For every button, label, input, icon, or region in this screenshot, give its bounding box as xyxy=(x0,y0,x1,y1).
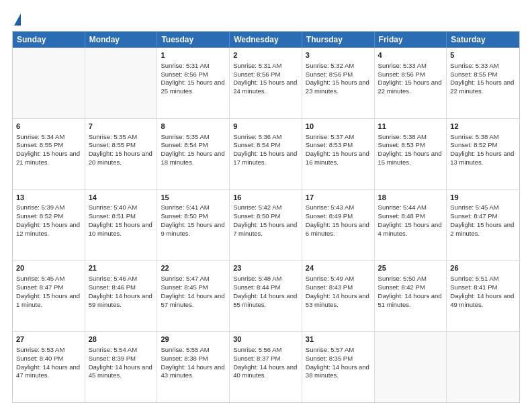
day-number: 11 xyxy=(378,122,443,132)
sunset-text: Sunset: 8:56 PM xyxy=(306,71,371,79)
sunset-text: Sunset: 8:49 PM xyxy=(306,212,371,221)
day-number: 17 xyxy=(306,193,371,203)
day-number: 25 xyxy=(378,263,443,273)
daylight-text: Daylight: 14 hours and 47 minutes. xyxy=(16,363,81,381)
daylight-text: Daylight: 14 hours and 53 minutes. xyxy=(306,292,371,310)
cal-cell-31: 31Sunrise: 5:57 AMSunset: 8:35 PMDayligh… xyxy=(302,332,375,402)
cal-header-sunday: Sunday xyxy=(13,32,85,48)
cal-cell-25: 25Sunrise: 5:50 AMSunset: 8:42 PMDayligh… xyxy=(375,261,447,331)
cal-cell-17: 17Sunrise: 5:43 AMSunset: 8:49 PMDayligh… xyxy=(302,190,375,261)
daylight-text: Daylight: 15 hours and 21 minutes. xyxy=(16,150,81,167)
sunset-text: Sunset: 8:47 PM xyxy=(450,212,516,221)
sunset-text: Sunset: 8:52 PM xyxy=(450,141,516,150)
calendar: SundayMondayTuesdayWednesdayThursdayFrid… xyxy=(12,31,520,403)
daylight-text: Daylight: 14 hours and 49 minutes. xyxy=(450,292,516,310)
day-number: 31 xyxy=(306,334,371,345)
day-number: 21 xyxy=(89,263,154,273)
cal-week-0: 1Sunrise: 5:31 AMSunset: 8:56 PMDaylight… xyxy=(13,48,519,118)
day-number: 30 xyxy=(233,334,298,345)
daylight-text: Daylight: 15 hours and 9 minutes. xyxy=(161,221,226,238)
day-number: 4 xyxy=(378,50,443,60)
daylight-text: Daylight: 15 hours and 4 minutes. xyxy=(378,221,443,238)
daylight-text: Daylight: 14 hours and 57 minutes. xyxy=(161,292,226,310)
sunrise-text: Sunrise: 5:39 AM xyxy=(16,203,81,212)
daylight-text: Daylight: 15 hours and 20 minutes. xyxy=(89,150,154,167)
sunrise-text: Sunrise: 5:50 AM xyxy=(378,275,443,283)
daylight-text: Daylight: 15 hours and 16 minutes. xyxy=(306,150,371,167)
sunset-text: Sunset: 8:37 PM xyxy=(233,355,298,363)
sunrise-text: Sunrise: 5:31 AM xyxy=(161,62,226,71)
sunrise-text: Sunrise: 5:51 AM xyxy=(450,275,516,283)
sunset-text: Sunset: 8:55 PM xyxy=(89,141,154,150)
sunrise-text: Sunrise: 5:32 AM xyxy=(306,62,371,71)
sunrise-text: Sunrise: 5:41 AM xyxy=(161,203,226,212)
sunrise-text: Sunrise: 5:33 AM xyxy=(378,62,443,71)
cal-cell-27: 27Sunrise: 5:53 AMSunset: 8:40 PMDayligh… xyxy=(13,332,85,402)
cal-header-friday: Friday xyxy=(375,32,447,48)
sunrise-text: Sunrise: 5:45 AM xyxy=(16,275,81,283)
cal-cell-30: 30Sunrise: 5:56 AMSunset: 8:37 PMDayligh… xyxy=(230,332,302,402)
page: SundayMondayTuesdayWednesdayThursdayFrid… xyxy=(0,0,532,411)
cal-header-thursday: Thursday xyxy=(302,32,375,48)
day-number: 18 xyxy=(378,193,443,203)
calendar-header-row: SundayMondayTuesdayWednesdayThursdayFrid… xyxy=(13,32,519,48)
sunset-text: Sunset: 8:50 PM xyxy=(161,212,226,221)
cal-cell-7: 7Sunrise: 5:35 AMSunset: 8:55 PMDaylight… xyxy=(85,119,158,189)
daylight-text: Daylight: 14 hours and 40 minutes. xyxy=(233,363,298,381)
cal-cell-14: 14Sunrise: 5:40 AMSunset: 8:51 PMDayligh… xyxy=(85,190,158,261)
cal-cell-13: 13Sunrise: 5:39 AMSunset: 8:52 PMDayligh… xyxy=(13,190,85,261)
sunset-text: Sunset: 8:51 PM xyxy=(89,212,154,221)
cal-week-1: 6Sunrise: 5:34 AMSunset: 8:55 PMDaylight… xyxy=(13,118,519,189)
day-number: 10 xyxy=(306,122,371,132)
cal-week-3: 20Sunrise: 5:45 AMSunset: 8:47 PMDayligh… xyxy=(13,260,519,331)
sunrise-text: Sunrise: 5:57 AM xyxy=(306,346,371,355)
cal-cell-1: 1Sunrise: 5:31 AMSunset: 8:56 PMDaylight… xyxy=(157,48,230,118)
cal-cell-18: 18Sunrise: 5:44 AMSunset: 8:48 PMDayligh… xyxy=(375,190,447,261)
cal-cell-19: 19Sunrise: 5:45 AMSunset: 8:47 PMDayligh… xyxy=(447,190,519,261)
day-number: 26 xyxy=(450,263,516,273)
sunrise-text: Sunrise: 5:46 AM xyxy=(89,275,154,283)
sunrise-text: Sunrise: 5:35 AM xyxy=(161,133,226,142)
cal-header-monday: Monday xyxy=(85,32,158,48)
cal-cell-12: 12Sunrise: 5:38 AMSunset: 8:52 PMDayligh… xyxy=(447,119,519,189)
daylight-text: Daylight: 15 hours and 25 minutes. xyxy=(161,79,226,96)
cal-cell-empty-4-5 xyxy=(375,332,447,402)
sunrise-text: Sunrise: 5:43 AM xyxy=(306,203,371,212)
sunrise-text: Sunrise: 5:31 AM xyxy=(233,62,298,71)
cal-cell-empty-0-1 xyxy=(85,48,158,118)
sunrise-text: Sunrise: 5:56 AM xyxy=(233,346,298,355)
cal-cell-empty-4-6 xyxy=(447,332,519,402)
cal-cell-9: 9Sunrise: 5:36 AMSunset: 8:54 PMDaylight… xyxy=(230,119,302,189)
cal-cell-6: 6Sunrise: 5:34 AMSunset: 8:55 PMDaylight… xyxy=(13,119,85,189)
day-number: 24 xyxy=(306,263,371,273)
cal-cell-2: 2Sunrise: 5:31 AMSunset: 8:56 PMDaylight… xyxy=(230,48,302,118)
sunrise-text: Sunrise: 5:45 AM xyxy=(450,203,516,212)
sunrise-text: Sunrise: 5:36 AM xyxy=(233,133,298,142)
cal-cell-10: 10Sunrise: 5:37 AMSunset: 8:53 PMDayligh… xyxy=(302,119,375,189)
sunrise-text: Sunrise: 5:38 AM xyxy=(378,133,443,142)
sunset-text: Sunset: 8:53 PM xyxy=(306,141,371,150)
cal-cell-5: 5Sunrise: 5:33 AMSunset: 8:55 PMDaylight… xyxy=(447,48,519,118)
header xyxy=(12,12,520,26)
cal-cell-29: 29Sunrise: 5:55 AMSunset: 8:38 PMDayligh… xyxy=(157,332,230,402)
day-number: 20 xyxy=(16,263,81,273)
calendar-body: 1Sunrise: 5:31 AMSunset: 8:56 PMDaylight… xyxy=(13,48,519,402)
day-number: 16 xyxy=(233,193,298,203)
daylight-text: Daylight: 15 hours and 17 minutes. xyxy=(233,150,298,167)
cal-cell-21: 21Sunrise: 5:46 AMSunset: 8:46 PMDayligh… xyxy=(85,261,158,331)
sunrise-text: Sunrise: 5:49 AM xyxy=(306,275,371,283)
sunrise-text: Sunrise: 5:35 AM xyxy=(89,133,154,142)
sunset-text: Sunset: 8:41 PM xyxy=(450,283,516,292)
day-number: 23 xyxy=(233,263,298,273)
cal-cell-3: 3Sunrise: 5:32 AMSunset: 8:56 PMDaylight… xyxy=(302,48,375,118)
day-number: 9 xyxy=(233,122,298,132)
sunset-text: Sunset: 8:50 PM xyxy=(233,212,298,221)
day-number: 22 xyxy=(161,263,226,273)
cal-cell-22: 22Sunrise: 5:47 AMSunset: 8:45 PMDayligh… xyxy=(157,261,230,331)
daylight-text: Daylight: 14 hours and 45 minutes. xyxy=(89,363,154,381)
cal-cell-20: 20Sunrise: 5:45 AMSunset: 8:47 PMDayligh… xyxy=(13,261,85,331)
sunrise-text: Sunrise: 5:47 AM xyxy=(161,275,226,283)
day-number: 5 xyxy=(450,50,516,60)
cal-header-saturday: Saturday xyxy=(447,32,519,48)
sunset-text: Sunset: 8:55 PM xyxy=(450,71,516,79)
